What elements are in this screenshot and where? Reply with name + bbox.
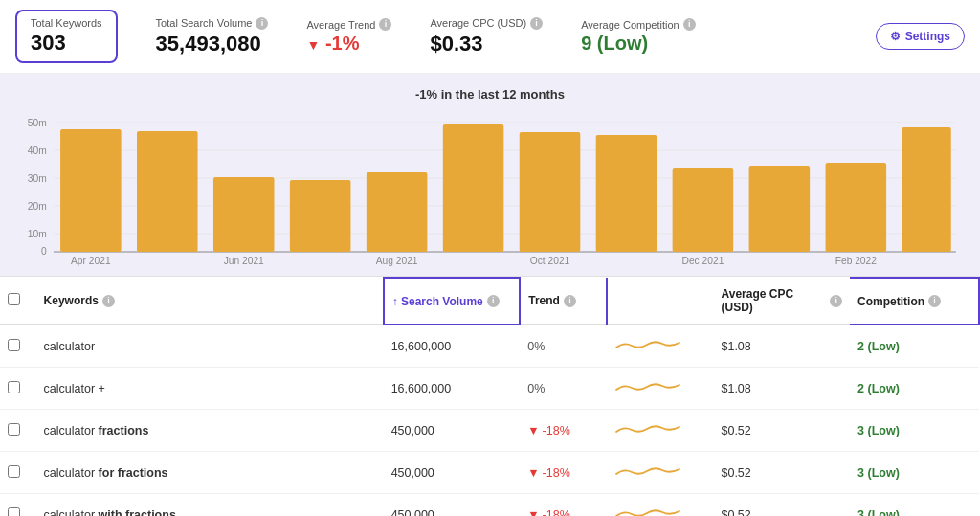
competition-col-info-icon[interactable]: i xyxy=(928,295,941,307)
svg-text:Dec 2021: Dec 2021 xyxy=(682,256,724,266)
stats-bar: Total Keywords 303 Total Search Volume i… xyxy=(0,0,980,74)
competition-cell: 3 (Low) xyxy=(850,452,979,494)
search-volume-cell: 450,000 xyxy=(384,494,521,517)
trend-down-icon: ▼ xyxy=(527,508,539,517)
table-row: calculator for fractions 450,000 ▼-18% $… xyxy=(0,452,979,494)
cpc-col-info-icon[interactable]: i xyxy=(830,295,842,307)
mini-sparkline xyxy=(614,460,681,482)
keyword-cell: calculator + xyxy=(36,368,384,410)
svg-text:50m: 50m xyxy=(28,118,47,128)
keyword-suffix: for fractions xyxy=(99,466,168,480)
average-trend-label: Average Trend i xyxy=(306,18,391,31)
trend-down-icon: ▼ xyxy=(527,466,539,480)
search-volume-column-header[interactable]: ↑ Search Volume i xyxy=(384,278,521,325)
mini-sparkline xyxy=(614,503,681,516)
keyword-prefix: calculator xyxy=(44,466,99,480)
row-checkbox[interactable] xyxy=(8,423,20,436)
total-search-volume-value: 35,493,080 xyxy=(156,32,269,56)
svg-text:Aug 2021: Aug 2021 xyxy=(376,256,418,266)
average-competition-label: Average Competition i xyxy=(581,18,696,31)
average-trend-value: ▼ -1% xyxy=(306,33,391,55)
keyword-prefix: calculator xyxy=(44,424,99,437)
search-volume-col-info-icon[interactable]: i xyxy=(487,295,500,307)
average-competition-value: 9 (Low) xyxy=(581,33,696,55)
trend-col-info-icon[interactable]: i xyxy=(564,295,576,307)
cpc-cell: $1.08 xyxy=(713,325,850,368)
keyword-cell: calculator xyxy=(36,325,384,368)
bar-chart: 50m 40m 30m 20m 10m 0 xyxy=(19,113,961,266)
row-checkbox[interactable] xyxy=(8,381,20,393)
select-all-header xyxy=(0,278,36,325)
cpc-cell: $0.52 xyxy=(713,494,850,517)
row-checkbox-cell xyxy=(0,325,36,368)
average-trend-info-icon[interactable]: i xyxy=(379,18,391,31)
keyword-text: calculator xyxy=(44,340,96,353)
settings-button[interactable]: ⚙ Settings xyxy=(876,23,965,50)
average-competition-card: Average Competition i 9 (Low) xyxy=(581,18,696,55)
mini-sparkline xyxy=(614,376,681,397)
trend-value-cell: 0% xyxy=(520,325,607,368)
trend-value: ▼-18% xyxy=(527,424,599,437)
svg-rect-15 xyxy=(290,180,351,252)
svg-rect-22 xyxy=(826,163,887,252)
row-checkbox[interactable] xyxy=(8,507,20,517)
main-container: Total Keywords 303 Total Search Volume i… xyxy=(0,0,980,516)
keyword-suffix: with fractions xyxy=(99,508,176,517)
row-checkbox-cell xyxy=(0,410,36,452)
svg-text:30m: 30m xyxy=(28,173,47,184)
total-keywords-label: Total Keywords xyxy=(31,17,102,29)
total-keywords-card: Total Keywords 303 xyxy=(15,10,118,63)
row-checkbox[interactable] xyxy=(8,339,20,351)
mini-sparkline xyxy=(614,418,681,439)
chart-area: -1% in the last 12 months 50m 40m 30m 20… xyxy=(0,74,980,277)
trend-down-icon: ▼ xyxy=(527,424,539,437)
trend-chart-cell xyxy=(607,410,714,452)
svg-rect-14 xyxy=(213,177,275,252)
keywords-table: Keywords i ↑ Search Volume i Trend xyxy=(0,277,980,516)
svg-text:Jun 2021: Jun 2021 xyxy=(224,256,264,266)
competition-cell: 3 (Low) xyxy=(850,494,979,517)
search-volume-cell: 450,000 xyxy=(384,410,521,452)
chart-wrapper: 50m 40m 30m 20m 10m 0 xyxy=(19,113,961,266)
cpc-cell: $0.52 xyxy=(713,452,850,494)
select-all-checkbox[interactable] xyxy=(8,293,20,305)
table-row: calculator with fractions 450,000 ▼-18% … xyxy=(0,494,979,517)
keyword-prefix: calculator xyxy=(44,508,99,517)
svg-text:Feb 2022: Feb 2022 xyxy=(835,256,878,266)
competition-cell: 2 (Low) xyxy=(850,325,979,368)
keyword-text: calculator + xyxy=(44,382,105,395)
average-trend-card: Average Trend i ▼ -1% xyxy=(306,18,391,55)
svg-text:10m: 10m xyxy=(28,229,47,239)
competition-cell: 2 (Low) xyxy=(850,368,979,410)
competition-cell: 3 (Low) xyxy=(850,410,979,452)
keyword-col-info-icon[interactable]: i xyxy=(102,295,115,307)
row-checkbox-cell xyxy=(0,452,36,494)
table-row: calculator + 16,600,000 0% $1.08 2 (Low) xyxy=(0,368,979,410)
average-cpc-info-icon[interactable]: i xyxy=(530,17,543,30)
cpc-column-header: Average CPC (USD) i xyxy=(713,278,850,325)
trend-down-arrow-icon: ▼ xyxy=(306,37,320,53)
trend-chart-column-header xyxy=(607,278,714,325)
cpc-cell: $1.08 xyxy=(713,368,850,410)
total-search-volume-info-icon[interactable]: i xyxy=(256,17,268,30)
svg-rect-18 xyxy=(520,132,581,252)
trend-value-cell: 0% xyxy=(520,368,607,410)
trend-value-cell: ▼-18% xyxy=(520,452,607,494)
average-cpc-label: Average CPC (USD) i xyxy=(430,17,543,30)
trend-value: 0% xyxy=(527,340,545,353)
svg-rect-17 xyxy=(443,124,504,252)
total-search-volume-label: Total Search Volume i xyxy=(156,17,269,30)
trend-value-cell: ▼-18% xyxy=(520,494,607,517)
keyword-column-header: Keywords i xyxy=(36,278,384,325)
row-checkbox[interactable] xyxy=(8,465,20,478)
average-competition-info-icon[interactable]: i xyxy=(683,18,696,31)
svg-rect-23 xyxy=(902,127,951,252)
search-volume-cell: 450,000 xyxy=(384,452,521,494)
row-checkbox-cell xyxy=(0,368,36,410)
svg-text:40m: 40m xyxy=(28,146,47,156)
mini-sparkline xyxy=(614,334,681,355)
svg-rect-12 xyxy=(60,129,122,252)
cpc-cell: $0.52 xyxy=(713,410,850,452)
trend-chart-cell xyxy=(607,325,714,368)
competition-column-header: Competition i xyxy=(850,278,979,325)
